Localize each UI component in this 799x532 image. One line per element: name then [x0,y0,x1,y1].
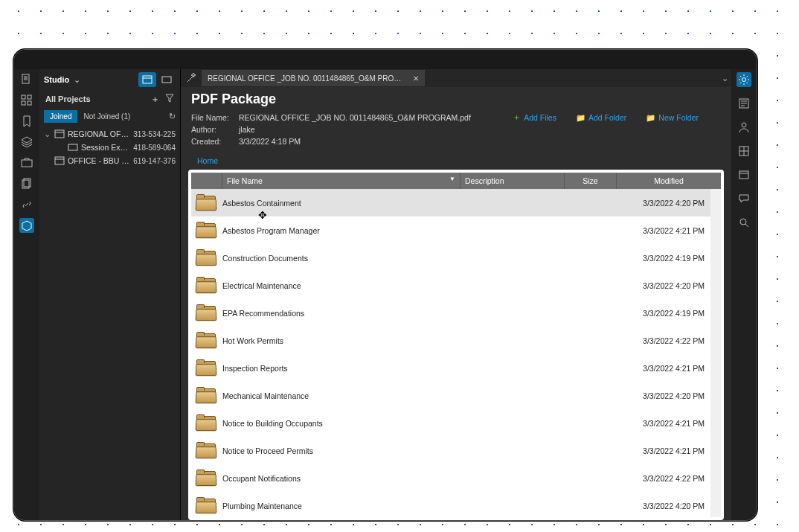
table-row[interactable]: Mechanical Maintenance3/3/2022 4:20 PM [191,382,710,409]
settings-gear-icon[interactable] [737,72,751,87]
add-files-link[interactable]: ＋Add Files [513,112,556,123]
studio-label: Studio [44,75,69,84]
tree-item[interactable]: ⌄REGIONAL OFFICE TER...313-534-225 [41,127,179,141]
add-project-icon[interactable]: ＋ [151,94,159,105]
row-filename: Inspection Reports [222,364,450,373]
row-modified: 3/3/2022 4:21 PM [606,446,710,455]
breadcrumb: Home [181,153,731,170]
row-modified: 3/3/2022 4:19 PM [606,309,710,318]
cursor-icon: ✥ [258,209,267,221]
tab-not-joined[interactable]: Not Joined (1) [77,110,136,123]
project-tree: ⌄REGIONAL OFFICE TER...313-534-225Sessio… [39,124,180,170]
folder-icon [191,497,222,515]
folder-icon [191,222,222,240]
svg-rect-2 [28,95,31,99]
table-row[interactable]: Construction Documents3/3/2022 4:19 PM [191,244,710,272]
all-projects-label: All Projects [45,94,91,103]
table-row[interactable]: Plumbing Maintenance3/3/2022 4:20 PM [191,492,710,517]
search-icon[interactable] [737,215,751,230]
add-folder-link[interactable]: 📁Add Folder [576,112,626,123]
filename-key: File Name: [191,113,231,122]
created-value: 3/3/2022 4:18 PM [239,137,301,146]
studio-panel: Studio ⌄ All Projects ＋ Joined Not Joine… [39,69,181,520]
layers-icon[interactable] [19,135,34,150]
row-modified: 3/3/2022 4:20 PM [606,199,710,208]
sort-indicator-icon: ▼ [449,176,455,182]
toolchest-icon[interactable] [19,156,34,170]
grid-icon[interactable] [19,93,34,108]
col-icon[interactable] [191,173,222,189]
document-tab-row: REGIONAL OFFICE _JOB NO. 0011484865_O&M … [181,69,731,87]
forms-icon[interactable] [737,167,751,182]
file-access-icon[interactable] [19,72,34,87]
table-row[interactable]: Hot Work Permits3/3/2022 4:22 PM [191,327,710,354]
row-filename: Hot Work Permits [222,336,450,345]
row-modified: 3/3/2022 4:20 PM [606,391,710,400]
project-icon [68,143,78,152]
document-tab[interactable]: REGIONAL OFFICE _JOB NO. 0011484865_O&M … [202,70,425,86]
table-row[interactable]: Notice to Proceed Permits3/3/2022 4:21 P… [191,437,710,464]
table-row[interactable]: Inspection Reports3/3/2022 4:21 PM [191,354,710,382]
folder-icon [191,332,222,350]
chevron-down-icon: ⌄ [74,75,80,85]
row-filename: Asbestos Containment✥ [222,199,450,208]
right-icon-rail [731,69,757,520]
col-filename[interactable]: File Name▼ [222,173,461,189]
svg-rect-17 [739,171,748,179]
author-key: Author: [191,125,231,134]
col-modified[interactable]: Modified [617,173,721,189]
chat-icon[interactable] [737,191,751,206]
studio-projects-toggle[interactable] [138,72,156,87]
svg-rect-10 [55,130,64,138]
col-description[interactable]: Description [461,173,565,189]
window-titlebar[interactable] [14,50,757,69]
refresh-icon[interactable]: ↻ [169,112,176,121]
table-row[interactable]: Electrical Maintenance3/3/2022 4:20 PM [191,272,710,299]
sets-icon[interactable] [19,176,34,191]
table-row[interactable]: Notice to Building Occupants3/3/2022 4:2… [191,409,710,437]
svg-point-13 [742,78,746,82]
table-row[interactable]: Asbestos Containment✥3/3/2022 4:20 PM [191,189,710,217]
tree-item[interactable]: OFFICE - BBU T5 Job No...619-147-376 [41,154,179,167]
wand-icon[interactable] [181,72,202,84]
svg-point-15 [742,123,746,127]
share-icon[interactable] [737,144,751,158]
folder-new-icon: 📁 [646,113,655,123]
package-heading: PDF Package [191,92,721,107]
user-icon[interactable] [737,120,751,135]
bookmark-icon[interactable] [19,114,34,129]
package-actions: ＋Add Files 📁Add Folder 📁New Folder [513,112,699,123]
row-filename: Electrical Maintenance [222,281,450,290]
table-row[interactable]: Asbestos Program Manager3/3/2022 4:21 PM [191,217,710,244]
studio-sessions-toggle[interactable] [158,72,176,87]
folder-icon [191,414,222,432]
studio-selector[interactable]: Studio ⌄ [39,69,180,90]
svg-rect-4 [28,101,31,105]
col-size[interactable]: Size [565,173,617,189]
folder-plus-icon: 📁 [576,113,585,123]
tab-overflow-chevron[interactable]: ⌄ [722,74,731,83]
properties-icon[interactable] [737,96,751,111]
studio-icon[interactable] [19,218,34,233]
new-folder-link[interactable]: 📁New Folder [646,112,699,123]
folder-icon [191,304,222,322]
row-filename: Asbestos Program Manager [222,226,450,235]
table-row[interactable]: EPA Recommendations3/3/2022 4:19 PM [191,299,710,327]
folder-icon [191,469,222,487]
row-filename: Notice to Building Occupants [222,419,450,428]
svg-rect-3 [22,101,25,105]
vertical-scrollbar[interactable] [710,189,721,517]
row-filename: Occupant Notifications [222,474,450,483]
table-row[interactable]: Occupant Notifications3/3/2022 4:22 PM [191,464,710,492]
links-icon[interactable] [19,197,34,212]
breadcrumb-home[interactable]: Home [197,156,218,165]
all-projects-header: All Projects ＋ [39,90,180,108]
tree-item[interactable]: Session Example418-589-064 [41,141,179,154]
tab-joined[interactable]: Joined [44,110,77,123]
row-modified: 3/3/2022 4:20 PM [606,281,710,290]
row-modified: 3/3/2022 4:22 PM [606,474,710,483]
row-modified: 3/3/2022 4:19 PM [606,254,710,263]
svg-rect-5 [22,160,32,167]
close-tab-icon[interactable]: ✕ [413,74,419,83]
filter-icon[interactable] [165,94,174,105]
